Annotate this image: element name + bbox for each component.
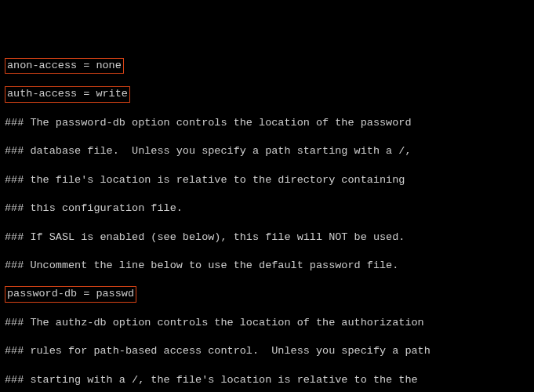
comment-line: ### The password-db option controls the …	[5, 116, 529, 130]
comment-line: ### database file. Unless you specify a …	[5, 144, 529, 158]
comment-line: ### starting with a /, the file's locati…	[5, 373, 529, 387]
comment-line: ### If SASL is enabled (see below), this…	[5, 230, 529, 245]
anon-access-setting: anon-access = none	[5, 58, 124, 74]
comment-line: ### The authz-db option controls the loc…	[5, 316, 529, 330]
comment-line: ### rules for path-based access control.…	[5, 344, 529, 358]
comment-line: ### the file's location is relative to t…	[5, 173, 529, 187]
auth-access-setting: auth-access = write	[5, 86, 130, 102]
comment-line: ### this configuration file.	[5, 201, 529, 216]
comment-line: ### Uncomment the line below to use the …	[5, 259, 529, 273]
password-db-setting: password-db = passwd	[5, 286, 136, 302]
